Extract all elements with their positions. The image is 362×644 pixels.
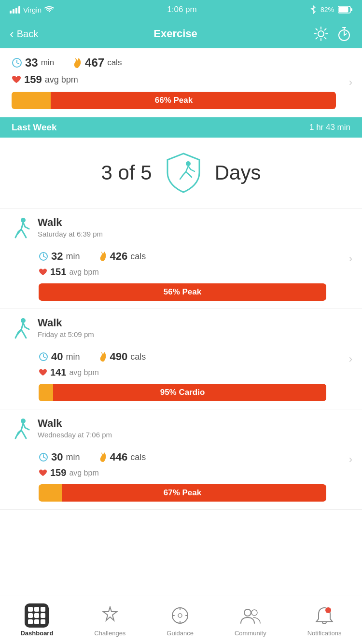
dashboard-tab-label: Dashboard <box>20 630 53 637</box>
back-button[interactable]: ‹ Back <box>10 27 38 42</box>
dashboard-icon-wrap <box>25 603 49 628</box>
community-icon-wrap <box>238 603 263 628</box>
signal-icon <box>10 6 20 14</box>
status-time: 1:06 pm <box>167 5 196 14</box>
svg-point-10 <box>186 161 191 166</box>
details-stats-row: 32 min 426 cals <box>39 250 350 263</box>
flame-icon <box>99 452 107 462</box>
heart-icon <box>39 268 47 276</box>
details-stats-row: 30 min 446 cals <box>39 451 350 463</box>
walk-icon <box>12 318 30 346</box>
activity-details: 30 min 446 cals 159 avg bpm <box>12 451 350 502</box>
heart-icon <box>39 369 47 377</box>
details-stats-row: 40 min 490 cals <box>39 350 350 363</box>
nav-bar: ‹ Back Exercise <box>0 19 362 48</box>
calories-stat: 446 cals <box>99 451 146 463</box>
activity-progress-bar: 95% Cardio <box>39 384 326 401</box>
clock-icon <box>39 452 48 462</box>
top-activity-card[interactable]: 33 min 467 cals 159 avg bpm 66% Peak › <box>0 48 362 117</box>
activity-progress-bar: 67% Peak <box>39 484 326 502</box>
notifications-tab-label: Notifications <box>307 630 342 637</box>
tab-community[interactable]: Community <box>235 603 266 637</box>
duration-stat: 30 min <box>39 451 80 463</box>
activity-info: Walk Saturday at 6:39 pm <box>38 216 103 238</box>
challenges-tab-label: Challenges <box>94 630 125 637</box>
activity-info: Walk Friday at 5:09 pm <box>38 317 94 338</box>
tab-challenges[interactable]: Challenges <box>94 603 125 637</box>
item-chevron[interactable]: › <box>349 252 352 265</box>
clock-icon <box>39 252 48 261</box>
dashboard-dots <box>28 607 45 624</box>
svg-rect-1 <box>13 9 14 14</box>
activity-item[interactable]: Walk Saturday at 6:39 pm 32 min <box>0 209 362 309</box>
walking-figure <box>12 418 30 443</box>
activity-header: Walk Wednesday at 7:06 pm <box>12 417 350 446</box>
activity-item[interactable]: Walk Friday at 5:09 pm 40 min <box>0 309 362 409</box>
svg-rect-6 <box>339 7 348 13</box>
shield-svg <box>162 151 205 195</box>
svg-point-21 <box>325 607 331 613</box>
community-icon <box>240 607 261 624</box>
activity-progress-bar: 56% Peak <box>39 283 326 301</box>
bluetooth-icon <box>310 5 317 14</box>
svg-point-13 <box>21 318 26 323</box>
tab-notifications[interactable]: Notifications <box>307 603 342 637</box>
notifications-icon <box>315 606 334 625</box>
svg-rect-5 <box>351 8 352 11</box>
dashboard-icon <box>25 603 49 628</box>
settings-icon[interactable] <box>313 26 329 42</box>
svg-point-7 <box>318 31 324 37</box>
top-bpm: 159 avg bpm <box>12 73 350 86</box>
top-progress-bar: 66% Peak <box>12 92 336 109</box>
activity-header: Walk Friday at 5:09 pm <box>12 317 350 346</box>
page-title: Exercise <box>153 28 197 40</box>
bpm-detail: 151 avg bpm <box>39 266 350 278</box>
top-calories: 467 cals <box>73 56 122 70</box>
item-chevron[interactable]: › <box>349 353 352 365</box>
calories-stat: 426 cals <box>99 250 146 263</box>
battery-icon <box>338 6 352 14</box>
days-label: Days <box>215 161 261 184</box>
walking-figure <box>12 217 30 242</box>
svg-point-15 <box>21 419 26 423</box>
guidance-icon-wrap <box>168 603 192 628</box>
svg-rect-2 <box>15 8 17 14</box>
svg-point-18 <box>178 614 182 617</box>
top-duration: 33 min <box>12 56 54 70</box>
tab-guidance[interactable]: Guidance <box>167 603 194 637</box>
tab-dashboard[interactable]: Dashboard <box>20 603 53 637</box>
duration-stat: 32 min <box>39 250 80 263</box>
challenges-icon-wrap <box>98 603 122 628</box>
clock-icon <box>39 352 48 362</box>
svg-point-20 <box>251 610 257 616</box>
top-chevron[interactable]: › <box>349 76 352 89</box>
svg-rect-0 <box>10 11 12 14</box>
status-left: Virgin <box>10 6 54 14</box>
svg-point-11 <box>21 218 26 223</box>
activity-details: 40 min 490 cals 141 avg bpm <box>12 350 350 401</box>
carrier-name: Virgin <box>23 6 42 14</box>
battery-percent: 82% <box>320 6 334 14</box>
activity-item[interactable]: Walk Wednesday at 7:06 pm 30 min <box>0 409 362 510</box>
walk-icon <box>12 217 30 245</box>
activity-header: Walk Saturday at 6:39 pm <box>12 216 350 245</box>
last-week-header: Last Week 1 hr 43 min <box>0 117 362 138</box>
week-summary: 3 of 5 Days <box>0 138 362 209</box>
wifi-icon <box>44 6 54 14</box>
notifications-icon-wrap <box>312 603 336 628</box>
activity-details: 32 min 426 cals 151 avg bpm <box>12 250 350 301</box>
days-count: 3 of 5 <box>101 161 152 184</box>
community-tab-label: Community <box>235 630 266 637</box>
status-right: 82% <box>310 5 352 14</box>
walk-icon <box>12 418 30 446</box>
heart-icon <box>12 75 21 84</box>
tab-bar: Dashboard Challenges Guidance <box>0 596 362 644</box>
guidance-icon <box>170 606 190 625</box>
stopwatch-icon[interactable] <box>336 26 352 42</box>
bpm-detail: 141 avg bpm <box>39 367 350 378</box>
svg-point-19 <box>244 609 251 616</box>
flame-icon <box>99 352 107 362</box>
main-content: 33 min 467 cals 159 avg bpm 66% Peak › <box>0 48 362 558</box>
item-chevron[interactable]: › <box>349 453 352 466</box>
svg-rect-3 <box>18 6 20 14</box>
